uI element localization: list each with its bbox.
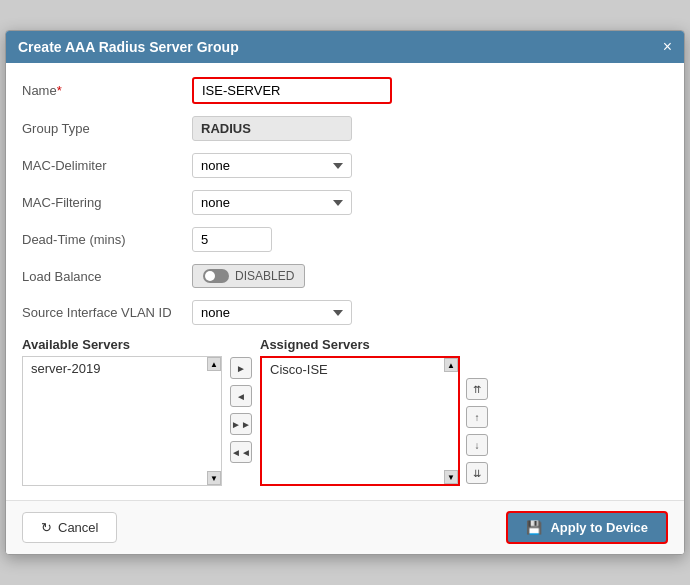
dead-time-label: Dead-Time (mins)	[22, 232, 192, 247]
mac-delimiter-row: MAC-Delimiter none colon hyphen	[22, 153, 668, 178]
name-input[interactable]	[192, 77, 392, 104]
cancel-button[interactable]: ↻ Cancel	[22, 512, 117, 543]
move-right-button[interactable]: ►	[230, 357, 252, 379]
group-type-label: Group Type	[22, 121, 192, 136]
toggle-indicator	[203, 269, 229, 283]
create-aaa-dialog: Create AAA Radius Server Group × Name Gr…	[5, 30, 685, 555]
mac-delimiter-select[interactable]: none colon hyphen	[192, 153, 352, 178]
source-vlan-select[interactable]: none	[192, 300, 352, 325]
available-scroll-up[interactable]: ▲	[207, 357, 221, 371]
load-balance-toggle[interactable]: DISABLED	[192, 264, 305, 288]
dialog-title: Create AAA Radius Server Group	[18, 39, 239, 55]
sort-col: ⇈ ↑ ↓ ⇊	[460, 356, 488, 486]
servers-section: Available Servers server-2019 ▲ ▼ ► ◄ ►►…	[22, 337, 668, 486]
apply-icon: 💾	[526, 520, 542, 535]
available-servers-col: Available Servers server-2019 ▲ ▼	[22, 337, 222, 486]
transfer-arrows-col: ► ◄ ►► ◄◄	[222, 337, 260, 463]
mac-filtering-label: MAC-Filtering	[22, 195, 192, 210]
mac-filtering-row: MAC-Filtering none enabled	[22, 190, 668, 215]
close-button[interactable]: ×	[663, 39, 672, 55]
assigned-servers-label: Assigned Servers	[260, 337, 488, 352]
mac-delimiter-label: MAC-Delimiter	[22, 158, 192, 173]
source-vlan-label: Source Interface VLAN ID	[22, 305, 192, 320]
apply-button[interactable]: 💾 Apply to Device	[506, 511, 668, 544]
move-left-button[interactable]: ◄	[230, 385, 252, 407]
dead-time-input[interactable]	[192, 227, 272, 252]
load-balance-value: DISABLED	[235, 269, 294, 283]
dialog-header: Create AAA Radius Server Group ×	[6, 31, 684, 63]
name-label: Name	[22, 83, 192, 98]
sort-down-button[interactable]: ↓	[466, 434, 488, 456]
cancel-icon: ↻	[41, 520, 52, 535]
dead-time-row: Dead-Time (mins)	[22, 227, 668, 252]
dialog-body: Name Group Type RADIUS MAC-Delimiter non…	[6, 63, 684, 500]
sort-bottom-button[interactable]: ⇊	[466, 462, 488, 484]
available-servers-list[interactable]: server-2019 ▲ ▼	[22, 356, 222, 486]
load-balance-label: Load Balance	[22, 269, 192, 284]
move-all-right-button[interactable]: ►►	[230, 413, 252, 435]
sort-up-button[interactable]: ↑	[466, 406, 488, 428]
assigned-scroll-up[interactable]: ▲	[444, 358, 458, 372]
group-type-row: Group Type RADIUS	[22, 116, 668, 141]
available-scroll-down[interactable]: ▼	[207, 471, 221, 485]
cancel-label: Cancel	[58, 520, 98, 535]
assigned-server-item[interactable]: Cisco-ISE	[262, 358, 458, 381]
available-server-item[interactable]: server-2019	[23, 357, 221, 380]
assigned-servers-list[interactable]: Cisco-ISE ▲ ▼	[260, 356, 460, 486]
load-balance-row: Load Balance DISABLED	[22, 264, 668, 288]
group-type-value: RADIUS	[192, 116, 352, 141]
name-row: Name	[22, 77, 668, 104]
source-vlan-row: Source Interface VLAN ID none	[22, 300, 668, 325]
mac-filtering-select[interactable]: none enabled	[192, 190, 352, 215]
assigned-servers-col: Assigned Servers Cisco-ISE ▲ ▼ ⇈ ↑ ↓ ⇊	[260, 337, 488, 486]
sort-top-button[interactable]: ⇈	[466, 378, 488, 400]
move-all-left-button[interactable]: ◄◄	[230, 441, 252, 463]
dialog-footer: ↻ Cancel 💾 Apply to Device	[6, 500, 684, 554]
available-servers-label: Available Servers	[22, 337, 222, 352]
apply-label: Apply to Device	[550, 520, 648, 535]
assigned-scroll-down[interactable]: ▼	[444, 470, 458, 484]
